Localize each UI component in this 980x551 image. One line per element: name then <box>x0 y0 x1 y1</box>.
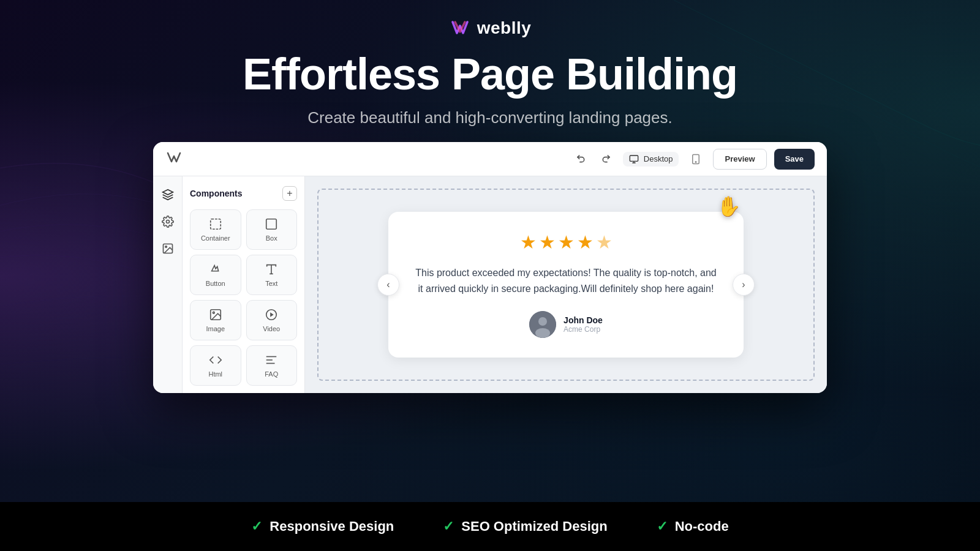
testimonial-text: This product exceeded my expectations! T… <box>413 265 719 296</box>
author-company: Acme Corp <box>564 325 603 334</box>
button-label: Button <box>206 280 225 287</box>
components-title: Components <box>190 189 243 198</box>
nav-settings-button[interactable] <box>157 211 179 233</box>
nav-media-button[interactable] <box>157 238 179 260</box>
nav-layers-button[interactable] <box>157 184 179 206</box>
star-1: ★ <box>520 231 537 253</box>
box-label: Box <box>266 234 277 242</box>
logo-text: weblly <box>477 18 532 38</box>
add-component-button[interactable]: + <box>282 186 297 201</box>
svg-marker-3 <box>162 190 173 195</box>
box-icon <box>265 217 278 231</box>
component-container[interactable]: Container <box>190 209 241 250</box>
logo-header: weblly <box>449 0 532 39</box>
carousel-next-button[interactable]: › <box>733 274 755 296</box>
svg-marker-14 <box>270 313 274 317</box>
builder-topbar: Desktop Preview Save <box>153 142 827 176</box>
svg-point-12 <box>213 312 214 314</box>
component-text[interactable]: Text <box>246 255 298 295</box>
undo-button[interactable] <box>571 149 591 169</box>
author-name: John Doe <box>564 315 603 325</box>
video-icon <box>265 308 278 321</box>
builder-body: Components + Container <box>153 176 827 393</box>
faq-label: FAQ <box>265 370 278 378</box>
weblly-logo-icon <box>449 17 471 39</box>
image-icon <box>209 308 222 321</box>
component-faq[interactable]: FAQ <box>246 345 298 386</box>
svg-rect-0 <box>630 156 638 161</box>
star-3: ★ <box>558 231 575 253</box>
feature-seo: ✓ SEO Optimized Design <box>443 519 607 534</box>
star-2: ★ <box>539 231 556 253</box>
components-header: Components + <box>190 186 297 201</box>
desktop-view-selector[interactable]: Desktop <box>623 152 679 167</box>
svg-point-6 <box>165 246 167 248</box>
container-icon <box>209 217 222 231</box>
desktop-label: Desktop <box>644 154 673 163</box>
feature-nocode-label: No-code <box>675 519 729 534</box>
preview-button[interactable]: Preview <box>713 149 766 170</box>
svg-rect-8 <box>266 219 277 230</box>
component-html[interactable]: Html <box>190 345 241 386</box>
html-icon <box>209 353 222 367</box>
check-responsive-icon: ✓ <box>251 519 262 534</box>
tablet-view-button[interactable] <box>686 149 706 169</box>
image-label: Image <box>206 325 225 332</box>
topbar-logo <box>165 149 183 169</box>
svg-point-19 <box>538 317 547 326</box>
carousel-prev-button[interactable]: ‹ <box>377 274 399 296</box>
hero-title: Effortless Page Building <box>243 50 737 99</box>
canvas-area: ✋ ‹ › ★ ★ ★ ★ ★ <box>305 176 827 393</box>
component-video[interactable]: Video <box>246 300 298 340</box>
testimonial-card: ‹ › ★ ★ ★ ★ ★ This product exceeded my e… <box>388 212 744 358</box>
text-icon <box>265 263 278 276</box>
cursor-icon: ✋ <box>717 195 741 218</box>
testimonial-author: John Doe Acme Corp <box>413 311 719 338</box>
components-grid: Container Box <box>190 209 297 386</box>
star-5: ★ <box>596 231 612 253</box>
footer-bar: ✓ Responsive Design ✓ SEO Optimized Desi… <box>0 502 980 551</box>
text-label: Text <box>265 280 277 287</box>
component-image[interactable]: Image <box>190 300 241 340</box>
svg-point-2 <box>696 161 697 162</box>
svg-point-4 <box>166 220 169 223</box>
save-button[interactable]: Save <box>774 149 815 170</box>
component-box[interactable]: Box <box>246 209 298 250</box>
faq-icon <box>265 353 278 367</box>
star-rating: ★ ★ ★ ★ ★ <box>413 231 719 253</box>
check-seo-icon: ✓ <box>443 519 454 534</box>
button-icon <box>209 263 222 276</box>
svg-rect-7 <box>211 219 221 230</box>
html-label: Html <box>208 370 222 378</box>
feature-responsive-label: Responsive Design <box>270 519 394 534</box>
components-panel: Components + Container <box>183 176 305 393</box>
builder-nav <box>153 176 183 393</box>
builder-window: Desktop Preview Save <box>153 142 827 393</box>
redo-button[interactable] <box>596 149 616 169</box>
feature-responsive: ✓ Responsive Design <box>251 519 394 534</box>
author-avatar <box>529 311 556 338</box>
video-label: Video <box>263 325 280 332</box>
component-button[interactable]: Button <box>190 255 241 295</box>
star-4: ★ <box>577 231 594 253</box>
check-nocode-icon: ✓ <box>657 519 668 534</box>
svg-point-20 <box>535 328 550 338</box>
author-info: John Doe Acme Corp <box>564 315 603 334</box>
feature-seo-label: SEO Optimized Design <box>461 519 607 534</box>
feature-nocode: ✓ No-code <box>657 519 729 534</box>
undo-redo-group <box>571 149 616 169</box>
desktop-icon <box>629 154 639 164</box>
container-label: Container <box>201 234 230 242</box>
hero-subtitle: Create beautiful and high-converting lan… <box>307 108 673 127</box>
